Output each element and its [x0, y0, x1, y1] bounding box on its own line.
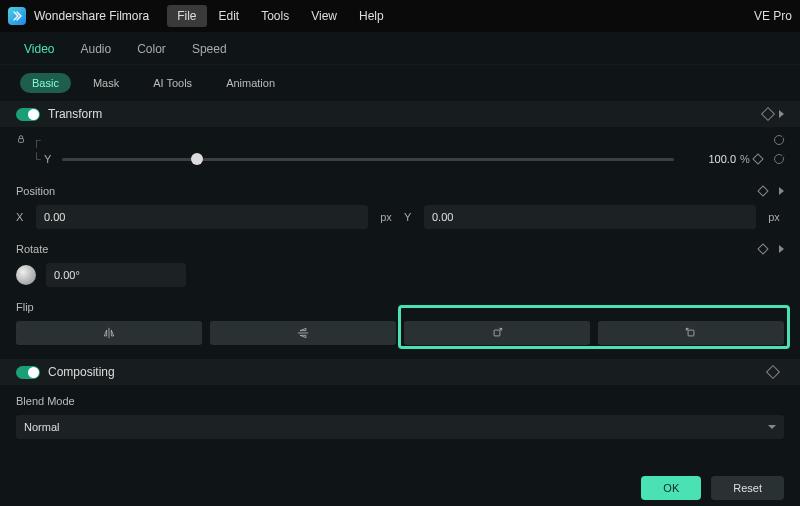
menu-file[interactable]: File — [167, 5, 206, 27]
chevron-down-icon — [768, 425, 776, 429]
position-y-label: Y — [404, 211, 416, 223]
menu-view[interactable]: View — [301, 5, 347, 27]
link-corner-bottom: └ — [32, 152, 44, 166]
primary-tabs: Video Audio Color Speed — [0, 32, 800, 65]
inspector-panel: Video Audio Color Speed Basic Mask AI To… — [0, 32, 800, 506]
rotate-ccw-button[interactable] — [598, 321, 784, 345]
compositing-toggle[interactable] — [16, 366, 40, 379]
scale-y-reset-icon[interactable] — [774, 154, 784, 164]
compositing-keyframe-icon[interactable] — [766, 365, 780, 379]
flip-horizontal-button[interactable] — [16, 321, 202, 345]
flip-row — [0, 317, 800, 349]
transform-label: Transform — [48, 107, 763, 121]
rotate-row — [0, 259, 800, 291]
blend-mode-value: Normal — [24, 421, 59, 433]
position-y-unit: px — [764, 211, 784, 223]
project-name: VE Pro — [754, 9, 792, 23]
menu-edit[interactable]: Edit — [209, 5, 250, 27]
ok-button[interactable]: OK — [641, 476, 701, 500]
tab-audio[interactable]: Audio — [80, 42, 111, 56]
menu-help[interactable]: Help — [349, 5, 394, 27]
scale-y-unit: % — [736, 153, 754, 165]
blend-mode-header: Blend Mode — [0, 385, 800, 411]
flip-header: Flip — [0, 291, 800, 317]
footer-buttons: OK Reset — [641, 476, 784, 500]
position-x-input[interactable] — [36, 205, 368, 229]
rotate-ccw-icon — [684, 326, 698, 340]
transform-toggle[interactable] — [16, 108, 40, 121]
scale-y-value[interactable]: 100.0 — [684, 153, 736, 165]
rotate-label: Rotate — [16, 243, 48, 255]
position-row: X px Y px — [0, 201, 800, 233]
flip-horizontal-icon — [102, 326, 116, 340]
rotate-dial[interactable] — [16, 265, 36, 285]
compositing-header: Compositing — [0, 359, 800, 385]
position-label: Position — [16, 185, 55, 197]
reset-button[interactable]: Reset — [711, 476, 784, 500]
subtab-ai-tools[interactable]: AI Tools — [141, 73, 204, 93]
position-x-label: X — [16, 211, 28, 223]
rotate-expand-icon[interactable] — [779, 245, 784, 253]
rotate-cw-icon — [490, 326, 504, 340]
tab-color[interactable]: Color — [137, 42, 166, 56]
svg-rect-0 — [19, 139, 24, 143]
app-logo — [8, 7, 26, 25]
scale-y-axis-label: Y — [44, 153, 58, 165]
rotate-keyframe-icon[interactable] — [757, 243, 768, 254]
menu-bar: File Edit Tools View Help — [167, 5, 394, 27]
menu-tools[interactable]: Tools — [251, 5, 299, 27]
compositing-label: Compositing — [48, 365, 768, 379]
link-corner-top: ┌ — [32, 133, 44, 147]
position-header: Position — [0, 175, 800, 201]
subtab-mask[interactable]: Mask — [81, 73, 131, 93]
transform-keyframe-icon[interactable] — [761, 107, 775, 121]
svg-rect-2 — [688, 330, 694, 336]
lock-icon[interactable] — [16, 134, 32, 146]
flip-label: Flip — [16, 301, 34, 313]
subtab-basic[interactable]: Basic — [20, 73, 71, 93]
position-x-unit: px — [376, 211, 396, 223]
position-expand-icon[interactable] — [779, 187, 784, 195]
scale-y-slider-thumb[interactable] — [191, 153, 203, 165]
subtab-animation[interactable]: Animation — [214, 73, 287, 93]
rotate-header: Rotate — [0, 233, 800, 259]
transform-header: Transform — [0, 101, 800, 127]
tab-speed[interactable]: Speed — [192, 42, 227, 56]
scale-y-slider[interactable] — [62, 158, 674, 161]
blend-mode-select[interactable]: Normal — [16, 415, 784, 439]
blend-mode-label: Blend Mode — [16, 395, 75, 407]
position-y-input[interactable] — [424, 205, 756, 229]
scale-panel: ┌ └ Y 100.0 % — [0, 127, 800, 175]
transform-expand-icon[interactable] — [779, 110, 784, 118]
flip-vertical-icon — [296, 326, 310, 340]
tab-video[interactable]: Video — [24, 42, 54, 56]
app-title: Wondershare Filmora — [34, 9, 149, 23]
scale-x-reset-icon[interactable] — [774, 135, 784, 145]
secondary-tabs: Basic Mask AI Tools Animation — [0, 65, 800, 101]
position-keyframe-icon[interactable] — [757, 185, 768, 196]
title-bar: Wondershare Filmora File Edit Tools View… — [0, 0, 800, 32]
svg-rect-1 — [494, 330, 500, 336]
flip-vertical-button[interactable] — [210, 321, 396, 345]
rotate-cw-button[interactable] — [404, 321, 590, 345]
rotate-input[interactable] — [46, 263, 186, 287]
scale-y-keyframe-icon[interactable] — [752, 153, 763, 164]
